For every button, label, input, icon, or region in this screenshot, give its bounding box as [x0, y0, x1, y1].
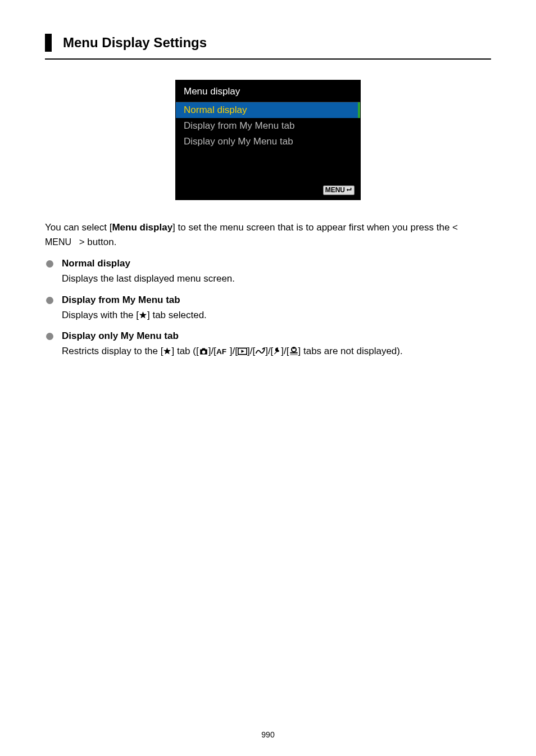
- camera-screen-footer: MENU: [176, 181, 360, 200]
- body-sep4: ]/[: [265, 346, 273, 356]
- svg-point-1: [202, 350, 205, 354]
- bullet-title: Display only My Menu tab: [62, 331, 491, 342]
- body-prefix: Restricts display to the [: [62, 346, 163, 356]
- bullet-body: Displays with the [] tab selected.: [62, 308, 491, 323]
- svg-text:AF: AF: [216, 347, 226, 355]
- bullet-list: Normal display Displays the last display…: [45, 258, 491, 359]
- menu-back-button: MENU: [323, 185, 355, 195]
- body-sep3: ]/[: [247, 346, 255, 356]
- camera-screenshot-container: Menu display Normal display Display from…: [45, 80, 491, 200]
- title-rule: [45, 58, 491, 60]
- bullet-title: Display from My Menu tab: [62, 295, 491, 306]
- intro-paragraph: You can select [Menu display] to set the…: [45, 220, 491, 251]
- af-icon: AF: [216, 346, 230, 356]
- intro-post: > button.: [76, 237, 116, 247]
- svg-rect-5: [290, 354, 297, 355]
- wrench-icon: [273, 346, 281, 356]
- bullet-body: Restricts display to the [] tab ([]/[AF]…: [62, 344, 491, 359]
- bullet-body: Displays the last displayed menu screen.: [62, 271, 491, 286]
- body-suffix: ] tabs are not displayed).: [298, 346, 403, 356]
- intro-mid: ] to set the menu screen that is to appe…: [172, 222, 458, 233]
- playback-icon: [238, 346, 247, 356]
- svg-text:MENU: MENU: [45, 238, 71, 247]
- custom-fn-icon: [289, 346, 298, 356]
- page-title-block: Menu Display Settings: [45, 34, 491, 52]
- camera-option-from-mymenu: Display from My Menu tab: [176, 118, 360, 134]
- body-sep5: ]/[: [281, 346, 289, 356]
- bullet-normal-display: Normal display Displays the last display…: [45, 258, 491, 286]
- body-mid1: ] tab ([: [171, 346, 198, 356]
- intro-pre: You can select [: [45, 222, 112, 233]
- star-icon: [163, 346, 171, 356]
- camera-option-only-mymenu: Display only My Menu tab: [176, 134, 360, 150]
- page-title: Menu Display Settings: [63, 35, 491, 51]
- body-sep2: ]/[: [230, 346, 238, 356]
- page-number: 990: [0, 730, 536, 739]
- svg-rect-7: [293, 347, 294, 349]
- body-prefix: Displays with the [: [62, 310, 139, 320]
- menu-back-label: MENU: [325, 187, 345, 193]
- camera-icon: [199, 346, 208, 356]
- network-icon: [255, 346, 265, 356]
- intro-bold: Menu display: [112, 222, 172, 233]
- body-sep1: ]/[: [208, 346, 216, 356]
- bullet-only-mymenu: Display only My Menu tab Restricts displ…: [45, 331, 491, 359]
- camera-option-normal: Normal display: [176, 102, 360, 118]
- star-icon: [139, 310, 147, 320]
- return-icon: [346, 187, 352, 194]
- bullet-title: Normal display: [62, 258, 491, 269]
- bullet-from-mymenu: Display from My Menu tab Displays with t…: [45, 295, 491, 323]
- menu-label-icon: MENU: [45, 236, 76, 250]
- camera-screen-spacer: [176, 150, 360, 181]
- camera-screen-title: Menu display: [176, 80, 360, 102]
- camera-screen: Menu display Normal display Display from…: [175, 80, 361, 200]
- body-suffix: ] tab selected.: [147, 310, 207, 320]
